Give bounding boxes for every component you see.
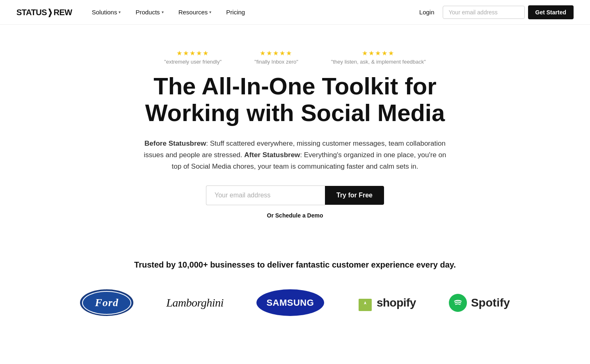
review-text-2: "finally Inbox zero" (254, 59, 298, 65)
hero-section: ★★★★★ "extremely user friendly" ★★★★★ "f… (110, 25, 480, 236)
try-for-free-button[interactable]: Try for Free (325, 186, 384, 205)
spotify-logo: Spotify (449, 294, 510, 312)
stars-3: ★★★★★ (362, 49, 395, 57)
nav-resources[interactable]: Resources ▾ (178, 9, 212, 16)
nav-login[interactable]: Login (414, 9, 439, 16)
logo[interactable]: STATUS❯REW (16, 7, 72, 17)
logos-row: Ford Lamborghini SAMSUNG shopify (16, 289, 574, 316)
review-2: ★★★★★ "finally Inbox zero" (254, 49, 298, 65)
stars-2: ★★★★★ (260, 49, 293, 57)
stars-1: ★★★★★ (176, 49, 209, 57)
cta-row: Try for Free (119, 185, 471, 205)
nav-links: Solutions ▾ Products ▾ Resources ▾ Prici… (92, 9, 414, 16)
products-caret-icon: ▾ (162, 10, 164, 14)
samsung-logo: SAMSUNG (256, 289, 324, 316)
nav-actions: Login Get Started (414, 5, 574, 19)
trusted-title: Trusted by 10,000+ businesses to deliver… (16, 260, 574, 270)
hero-email-input[interactable] (206, 185, 325, 205)
trusted-section: Trusted by 10,000+ businesses to deliver… (0, 236, 590, 332)
schedule-demo-link[interactable]: Or Schedule a Demo (267, 212, 323, 219)
svg-rect-0 (359, 299, 372, 311)
hero-title: The All-In-One Toolkit for Working with … (119, 73, 471, 126)
navbar: STATUS❯REW Solutions ▾ Products ▾ Resour… (0, 0, 590, 25)
nav-email-input[interactable] (443, 6, 525, 19)
review-text-1: "extremely user friendly" (164, 59, 222, 65)
nav-get-started-button[interactable]: Get Started (528, 5, 574, 19)
before-label: Before Statusbrew (144, 140, 206, 147)
spotify-icon (449, 294, 467, 312)
nav-products[interactable]: Products ▾ (135, 9, 163, 16)
after-label: After Statusbrew (244, 151, 300, 159)
hero-description: Before Statusbrew: Stuff scattered every… (139, 138, 451, 172)
nav-pricing[interactable]: Pricing (226, 9, 245, 16)
review-text-3: "they listen, ask, & implement feedback" (331, 59, 426, 65)
shopify-bag-icon (357, 294, 373, 312)
nav-solutions[interactable]: Solutions ▾ (92, 9, 121, 16)
reviews-row: ★★★★★ "extremely user friendly" ★★★★★ "f… (119, 49, 471, 65)
review-1: ★★★★★ "extremely user friendly" (164, 49, 222, 65)
review-3: ★★★★★ "they listen, ask, & implement fee… (331, 49, 426, 65)
shopify-logo: shopify (357, 294, 416, 312)
resources-caret-icon: ▾ (209, 10, 211, 14)
ford-logo: Ford (80, 289, 133, 316)
solutions-caret-icon: ▾ (119, 10, 121, 14)
lamborghini-logo: Lamborghini (166, 296, 224, 309)
